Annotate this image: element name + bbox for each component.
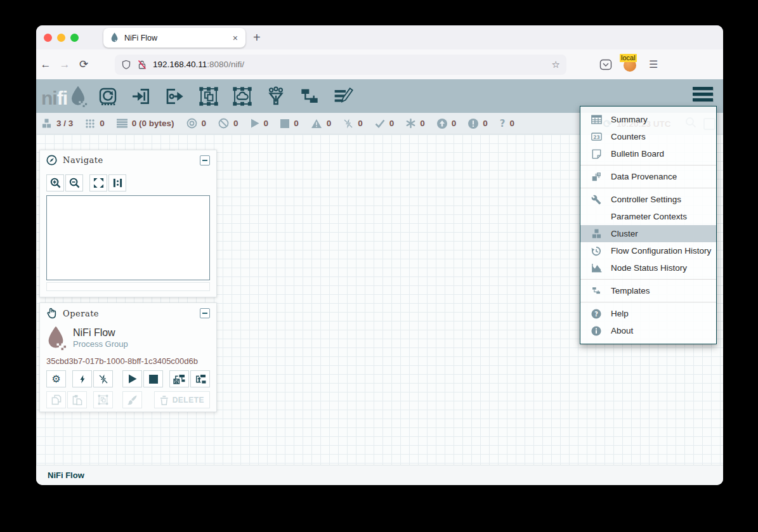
exclamation-circle-icon xyxy=(468,119,478,129)
menu-item-help[interactable]: ? Help xyxy=(580,305,716,322)
menu-item-label: Parameter Contexts xyxy=(611,212,687,221)
zoom-in-button[interactable] xyxy=(46,174,64,191)
processor-draggable[interactable] xyxy=(98,86,118,107)
component-toolbar xyxy=(98,86,353,107)
bolt-icon xyxy=(78,374,87,384)
component-type: Process Group xyxy=(73,339,128,349)
group-button[interactable] xyxy=(93,391,113,408)
menu-item-controller-settings[interactable]: Controller Settings xyxy=(580,191,716,208)
start-button[interactable] xyxy=(122,370,142,387)
menu-item-label: Cluster xyxy=(611,229,638,238)
component-id: 35cbd3b7-017b-1000-8bff-1c3405c00d6b xyxy=(40,353,216,370)
browser-menu-button[interactable]: ☰ xyxy=(649,58,658,70)
upload-template-icon xyxy=(194,374,206,384)
menu-item-summary[interactable]: Summary xyxy=(580,111,716,128)
tab-close-icon[interactable]: × xyxy=(232,33,239,43)
menu-item-counters[interactable]: 23 Counters xyxy=(580,128,716,145)
nifi-global-menu-button[interactable] xyxy=(693,87,713,101)
paste-button[interactable] xyxy=(67,391,87,408)
url-bar[interactable]: 192.168.40.11:8080/nifi/ ☆ xyxy=(115,55,566,75)
enable-button[interactable] xyxy=(72,370,92,387)
back-button[interactable]: ← xyxy=(36,58,55,71)
funnel-draggable[interactable] xyxy=(266,86,286,107)
trash-icon xyxy=(160,395,169,405)
url-host: 192.168.40.11 xyxy=(153,60,207,69)
stop-button[interactable] xyxy=(143,370,163,387)
copy-button[interactable] xyxy=(46,391,66,408)
status-running: 0 xyxy=(251,119,269,128)
collapse-navigate-button[interactable] xyxy=(200,155,210,165)
close-window-button[interactable] xyxy=(44,34,52,42)
component-name: NiFi Flow xyxy=(73,327,128,339)
profile-avatar[interactable]: local xyxy=(624,58,637,72)
burger-bar xyxy=(693,93,713,96)
bookmark-star-icon[interactable]: ☆ xyxy=(552,59,560,70)
queued-list-icon xyxy=(117,119,127,128)
counters-icon: 23 xyxy=(590,132,603,141)
output-port-draggable[interactable] xyxy=(165,86,185,107)
navbar-right-controls: local ☰ xyxy=(599,58,658,72)
disable-button[interactable] xyxy=(93,370,113,387)
menu-item-flow-configuration-history[interactable]: Flow Configuration History xyxy=(580,242,716,259)
menu-item-label: About xyxy=(611,326,633,335)
status-value: 0 xyxy=(294,119,299,128)
insecure-lock-icon[interactable] xyxy=(137,60,147,70)
menu-item-cluster[interactable]: Cluster xyxy=(580,225,716,242)
input-port-draggable[interactable] xyxy=(131,86,152,107)
pocket-icon[interactable] xyxy=(599,59,612,70)
disabled-bolt-icon xyxy=(343,119,353,129)
process-group-drop-icon xyxy=(45,325,67,351)
operate-palette: Operate NiFi Flow Process Group 35cbd3b7… xyxy=(39,302,217,412)
remote-process-group-draggable[interactable] xyxy=(232,86,252,107)
menu-item-parameter-contexts[interactable]: Parameter Contexts xyxy=(580,208,716,225)
gear-icon: ⚙ xyxy=(51,374,60,384)
navigate-title: Navigate xyxy=(63,155,200,165)
template-draggable[interactable] xyxy=(299,86,320,107)
breadcrumb-root[interactable]: NiFi Flow xyxy=(48,470,84,480)
save-template-button[interactable] xyxy=(169,370,189,387)
bolt-slash-icon xyxy=(98,374,108,384)
delete-button[interactable]: DELETE xyxy=(154,391,210,408)
configure-button[interactable]: ⚙ xyxy=(46,370,66,387)
navigate-header: Navigate xyxy=(40,150,216,169)
minimize-window-button[interactable] xyxy=(57,34,65,42)
new-tab-button[interactable]: + xyxy=(253,30,261,44)
menu-item-node-status-history[interactable]: Node Status History xyxy=(580,259,716,276)
label-draggable[interactable] xyxy=(333,86,353,107)
forward-button[interactable]: → xyxy=(55,58,74,71)
color-button[interactable] xyxy=(122,391,142,408)
operate-component: NiFi Flow Process Group xyxy=(40,322,216,353)
menu-item-templates[interactable]: Templates xyxy=(580,282,716,299)
status-value: 0 xyxy=(420,119,425,128)
navigate-buttons xyxy=(40,169,216,195)
status-value: 0 xyxy=(452,119,457,128)
url-path: :8080/nifi/ xyxy=(207,60,244,69)
upload-template-button[interactable] xyxy=(190,370,210,387)
menu-item-label: Counters xyxy=(611,132,646,141)
menu-item-label: Data Provenance xyxy=(611,172,677,181)
zoom-out-button[interactable] xyxy=(65,174,83,191)
menu-separator xyxy=(580,165,716,165)
status-locally-modified-stale: 0 xyxy=(468,119,488,129)
stopped-square-icon xyxy=(280,119,289,128)
reload-button[interactable]: ⟳ xyxy=(74,58,93,71)
shield-icon[interactable] xyxy=(121,60,131,70)
nifi-drop-icon xyxy=(69,85,88,108)
birdseye-brush[interactable] xyxy=(46,282,210,291)
birdseye-minimap[interactable] xyxy=(46,195,210,280)
breadcrumb: NiFi Flow xyxy=(36,465,723,485)
menu-item-label: Templates xyxy=(611,286,650,295)
menu-item-about[interactable]: About xyxy=(580,322,716,339)
zoom-actual-size-button[interactable] xyxy=(108,174,126,191)
svg-text:23: 23 xyxy=(593,134,600,140)
zoom-fit-button[interactable] xyxy=(89,174,107,191)
cluster-cubes-icon xyxy=(41,119,52,129)
browser-tab[interactable]: NiFi Flow × xyxy=(103,28,245,48)
browser-window: NiFi Flow × + ← → ⟳ 192.168.40.11:8080/n… xyxy=(36,25,723,485)
zoom-window-button[interactable] xyxy=(70,34,79,42)
process-group-draggable[interactable] xyxy=(199,86,219,107)
menu-item-bulletin-board[interactable]: Bulletin Board xyxy=(580,145,716,162)
status-not-transmitting: 0 xyxy=(218,118,239,129)
collapse-operate-button[interactable] xyxy=(200,308,210,318)
menu-item-data-provenance[interactable]: Data Provenance xyxy=(580,168,716,185)
